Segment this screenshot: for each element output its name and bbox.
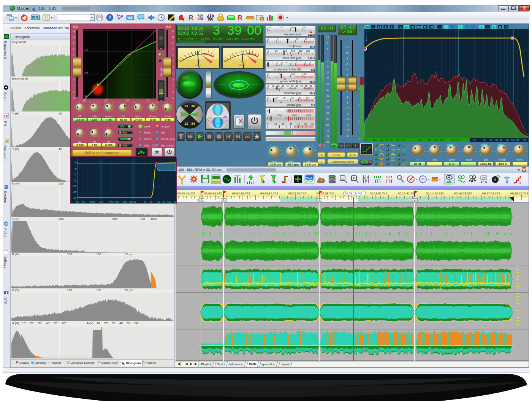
svg-text:100: 100 (401, 139, 405, 142)
svg-text:-48: -48 (326, 106, 329, 109)
svg-text:R: R (189, 14, 193, 21)
svg-text:25: 25 (97, 101, 100, 103)
svg-text:100: 100 (291, 73, 295, 75)
svg-text:20: 20 (103, 101, 106, 103)
svg-text:6: 6 (327, 42, 328, 45)
svg-text:70: 70 (300, 85, 303, 87)
svg-text:40: 40 (380, 139, 383, 142)
svg-text:-24: -24 (326, 83, 329, 85)
svg-text:-30: -30 (326, 89, 329, 91)
svg-text:- -12 -: - -12 - (344, 112, 350, 115)
svg-text:-3: -3 (239, 51, 241, 53)
svg-text:32: 32 (126, 101, 128, 103)
svg-text:0: 0 (267, 123, 269, 125)
svg-text:60: 60 (390, 139, 393, 142)
svg-text:d-w: d-w (121, 115, 125, 118)
svg-text:15: 15 (296, 38, 298, 40)
svg-text:Playlist: Playlist (201, 363, 211, 366)
svg-text:dB: dB (78, 115, 82, 118)
svg-text:-12: -12 (72, 97, 75, 99)
svg-text:-24: -24 (73, 185, 76, 188)
svg-text:-12: -12 (326, 71, 329, 74)
svg-text:0: 0 (172, 66, 173, 68)
svg-text:50: 50 (385, 139, 388, 142)
svg-text:-6: -6 (326, 65, 329, 68)
svg-text:28: 28 (223, 115, 227, 119)
svg-text:LEFT: LEFT (195, 64, 202, 66)
svg-text:7: 7 (300, 61, 302, 64)
svg-text:8: 8 (73, 42, 74, 44)
svg-text:2k: 2k (473, 139, 477, 142)
svg-text:-18: -18 (326, 77, 329, 80)
svg-text:100: 100 (99, 201, 103, 204)
svg-text:0: 0 (268, 85, 269, 87)
svg-text:500: 500 (440, 139, 444, 142)
svg-text:-1: -1 (198, 50, 200, 52)
svg-text:50: 50 (306, 97, 309, 99)
svg-text:4: 4 (172, 54, 173, 56)
svg-text:12: 12 (402, 149, 405, 152)
svg-text:50: 50 (291, 85, 294, 87)
svg-text:3k: 3k (150, 201, 153, 204)
svg-text:6: 6 (73, 48, 74, 50)
svg-text:100: 100 (314, 85, 315, 87)
svg-text:band: band (449, 158, 456, 161)
svg-text:20: 20 (282, 123, 285, 125)
svg-text:% EE: % EE (499, 158, 507, 161)
svg-text:mono: mono (516, 158, 523, 161)
svg-text:0: 0 (268, 97, 269, 99)
svg-text:24: 24 (402, 158, 405, 161)
svg-text:-6: -6 (172, 84, 174, 87)
svg-text:-10: -10 (84, 49, 88, 51)
svg-text:200: 200 (299, 50, 303, 52)
svg-text:2000: 2000 (292, 114, 297, 116)
svg-text:-10: -10 (228, 54, 230, 57)
svg-text:- -18 -: - -18 - (344, 129, 350, 132)
svg-text:30: 30 (290, 123, 292, 125)
svg-text:Informace: Informace (229, 363, 243, 366)
svg-text:-36: -36 (73, 196, 76, 199)
svg-text:6k: 6k (500, 139, 503, 142)
svg-text:2: 2 (163, 60, 165, 63)
svg-text:-84: -84 (326, 141, 329, 143)
svg-text:30: 30 (82, 201, 85, 204)
svg-text:300: 300 (314, 26, 315, 29)
svg-text:2: 2 (277, 61, 279, 64)
svg-text:-54: -54 (326, 112, 329, 115)
svg-text:60: 60 (296, 85, 298, 87)
svg-text:-12: -12 (73, 173, 76, 176)
svg-text:12: 12 (172, 30, 174, 32)
svg-text:300: 300 (428, 139, 432, 142)
svg-text:PN: PN (4, 114, 8, 118)
svg-text:-4: -4 (73, 78, 75, 81)
svg-text:signál: signál (282, 363, 290, 366)
svg-text:-18: -18 (73, 179, 76, 182)
svg-text:VU: VU (197, 60, 200, 63)
svg-text:20: 20 (277, 85, 280, 87)
svg-text:55: 55 (141, 101, 143, 103)
svg-text:200: 200 (109, 201, 114, 204)
svg-text:20k: 20k (528, 139, 529, 142)
svg-text:-3: -3 (194, 51, 196, 53)
svg-text:2: 2 (172, 60, 173, 62)
svg-text:90: 90 (310, 85, 312, 87)
svg-text:30: 30 (421, 178, 424, 181)
svg-text:0: 0 (268, 50, 269, 52)
svg-text:40: 40 (286, 85, 289, 87)
svg-text:50: 50 (279, 73, 282, 75)
svg-text:-30: -30 (83, 95, 87, 98)
svg-text:-1: -1 (242, 50, 244, 52)
svg-text:tape: tape (466, 158, 472, 161)
svg-text:6: 6 (296, 61, 297, 64)
svg-text:1: 1 (249, 49, 250, 51)
svg-text:20: 20 (76, 201, 79, 204)
svg-text:- -14 -: - -14 - (344, 118, 350, 120)
svg-text:0: 0 (245, 49, 247, 51)
svg-text:-60: -60 (326, 118, 329, 120)
svg-text:10: 10 (275, 97, 278, 99)
svg-text:57: 57 (83, 101, 85, 103)
svg-text:30: 30 (282, 85, 284, 87)
svg-text:10: 10 (274, 123, 277, 125)
svg-text:400: 400 (434, 139, 439, 142)
svg-text:-36: -36 (326, 94, 329, 97)
